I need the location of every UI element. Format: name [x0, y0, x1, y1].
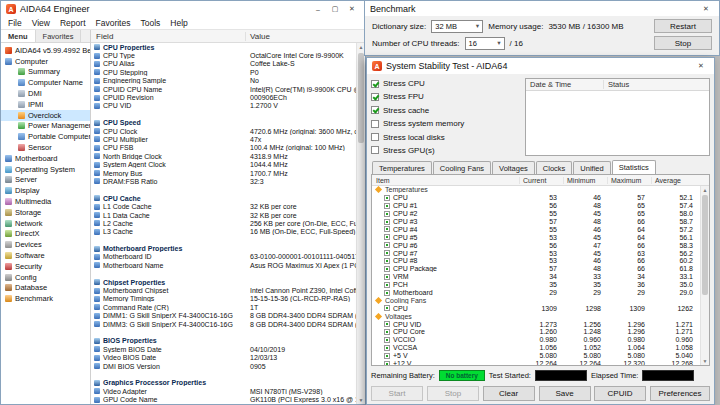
close-icon[interactable]: ✕	[698, 3, 714, 15]
tree-item[interactable]: AIDA64 v5.99.4992 Beta	[1, 45, 90, 56]
info-row[interactable]: DMI BIOS Version 0905	[91, 362, 356, 370]
menu-item[interactable]: Favorites	[91, 18, 136, 28]
row-checkbox[interactable]	[384, 282, 390, 288]
table-row[interactable]: CPU #7 53 45 63 56.2	[372, 249, 700, 257]
checkbox[interactable]	[371, 80, 379, 88]
table-row[interactable]: Motherboard 29 29 29 29.0	[372, 289, 700, 297]
tree-item[interactable]: Network	[1, 218, 90, 229]
menu-item[interactable]: File	[3, 18, 27, 28]
stress-option[interactable]: Stress GPU(s)	[371, 146, 519, 155]
info-row[interactable]: Chipset Properties	[91, 278, 356, 286]
info-row[interactable]: CPU Type OctalCore Intel Core i9-9900K	[91, 51, 356, 59]
tree-item[interactable]: Computer Name	[1, 77, 90, 88]
info-row[interactable]: DRAM:FSB Ratio 32:3	[91, 177, 356, 185]
info-row[interactable]: CPUID CPU Name Intel(R) Core(TM) i9-9900…	[91, 85, 356, 93]
row-checkbox[interactable]	[384, 337, 390, 343]
row-checkbox[interactable]	[384, 321, 390, 327]
row-checkbox[interactable]	[375, 297, 382, 304]
row-checkbox[interactable]	[384, 242, 390, 248]
row-checkbox[interactable]	[384, 195, 390, 201]
close-icon[interactable]: ✕	[693, 60, 709, 72]
stability-tab[interactable]: Temperatures	[372, 161, 432, 174]
tree-item[interactable]: Database	[1, 283, 90, 294]
table-row[interactable]: Temperatures	[372, 186, 700, 194]
stability-tab[interactable]: Cooling Fans	[433, 161, 491, 174]
tree-item[interactable]: Sensor	[1, 142, 90, 153]
column-header-average[interactable]: Average	[652, 177, 700, 184]
scrollbar-thumb[interactable]	[702, 195, 708, 295]
tree-item[interactable]: Multimedia	[1, 196, 90, 207]
row-checkbox[interactable]	[384, 290, 390, 296]
stability-tab[interactable]: Clocks	[536, 161, 573, 174]
row-checkbox[interactable]	[375, 313, 382, 320]
scroll-up-icon[interactable]: ▲	[701, 186, 709, 194]
stop-button[interactable]: Stop	[654, 36, 712, 50]
checkbox[interactable]	[371, 93, 379, 101]
stability-tab[interactable]: Statistics	[612, 160, 656, 174]
column-header-minimum[interactable]: Minimum	[564, 177, 608, 184]
main-list-scrollbar[interactable]: ▲ ▼	[356, 43, 365, 404]
stability-tab[interactable]: Unified	[573, 161, 610, 174]
save-button[interactable]: Save	[539, 386, 591, 401]
scrollbar-thumb[interactable]	[358, 53, 364, 143]
table-row[interactable]: CPU #2 55 45 65 58.0	[372, 210, 700, 218]
info-row[interactable]: Motherboard ID 63-0100-000001-00101111-0…	[91, 253, 356, 261]
info-row[interactable]: L1 Code Cache 32 KB per core	[91, 202, 356, 210]
tree-item[interactable]: DirectX	[1, 229, 90, 240]
menu-item[interactable]: Help	[165, 18, 192, 28]
table-row[interactable]: CPU 53 46 57 52.1	[372, 194, 700, 202]
info-row[interactable]: Memory Timings 15-15-15-36 (CL-RCD-RP-RA…	[91, 295, 356, 303]
row-checkbox[interactable]	[384, 226, 390, 232]
tree-item[interactable]: Software	[1, 250, 90, 261]
info-row[interactable]: Graphics Processor Properties	[91, 379, 356, 387]
column-header-value[interactable]: Value	[246, 32, 365, 41]
info-row[interactable]: CPU Clock 4720.6 MHz (original: 3600 MHz…	[91, 127, 356, 135]
menu-item[interactable]: Report	[55, 18, 91, 28]
row-checkbox[interactable]	[384, 361, 390, 365]
row-checkbox[interactable]	[384, 258, 390, 264]
info-row[interactable]: Memory Bus 1700.7 MHz	[91, 169, 356, 177]
tree-item[interactable]: Display	[1, 185, 90, 196]
row-checkbox[interactable]	[384, 329, 390, 335]
table-row[interactable]: PCH 35 35 36 35.0	[372, 281, 700, 289]
stop-button[interactable]: Stop	[427, 386, 479, 401]
column-header-field[interactable]: Field	[91, 32, 246, 41]
table-row[interactable]: CPU 1309 1298 1309 1262	[372, 304, 700, 312]
preferences-button[interactable]: Preferences	[650, 386, 710, 401]
statistics-scrollbar[interactable]: ▲ ▼	[700, 186, 709, 365]
stress-option[interactable]: Stress CPU	[371, 79, 519, 88]
info-row[interactable]: Motherboard Properties	[91, 244, 356, 252]
restart-button[interactable]: Restart	[654, 19, 712, 33]
tree-item[interactable]: Portable Computer	[1, 131, 90, 142]
tree-item[interactable]: Storage	[1, 207, 90, 218]
table-row[interactable]: Cooling Fans	[372, 296, 700, 304]
info-row[interactable]: System BIOS Date 04/10/2019	[91, 345, 356, 353]
table-row[interactable]: CPU #3 57 48 66 58.7	[372, 218, 700, 226]
column-header-current[interactable]: Current	[520, 177, 564, 184]
table-row[interactable]: CPU VID 1.273 1.256 1.296 1.271	[372, 320, 700, 328]
tree-item[interactable]: Power Management	[1, 121, 90, 132]
row-checkbox[interactable]	[384, 250, 390, 256]
row-checkbox[interactable]	[384, 203, 390, 209]
checkbox[interactable]	[371, 120, 379, 128]
tree-item[interactable]: Config	[1, 272, 90, 283]
info-row[interactable]: DIMM3: G Skill SniperX F4-3400C16-16G 8 …	[91, 320, 356, 328]
row-checkbox[interactable]	[375, 186, 382, 193]
column-header-datetime[interactable]: Date & Time	[526, 80, 604, 89]
info-row[interactable]: L1 Data Cache 32 KB per core	[91, 211, 356, 219]
table-row[interactable]: +5 V 5.080 5.080 5.080 5.040	[372, 352, 700, 360]
info-row[interactable]	[91, 370, 356, 378]
tree-item[interactable]: DMI	[1, 88, 90, 99]
info-row[interactable]: CPU Stepping P0	[91, 68, 356, 76]
table-row[interactable]: VRM 34 33 34 33.1	[372, 273, 700, 281]
info-row[interactable]: CPU Multiplier 47x	[91, 135, 356, 143]
row-checkbox[interactable]	[384, 211, 390, 217]
tree-item[interactable]: Summary	[1, 67, 90, 78]
info-row[interactable]: System Agent Clock 1044.4 MHz	[91, 160, 356, 168]
menu-item[interactable]: View	[27, 18, 55, 28]
info-row[interactable]: CPU VID 1.2700 V	[91, 102, 356, 110]
stress-option[interactable]: Stress FPU	[371, 92, 519, 101]
tree-item[interactable]: Overclock	[1, 110, 90, 121]
table-row[interactable]: CPU Package 57 48 66 61.8	[372, 265, 700, 273]
dictionary-size-select[interactable]: 32 MB ▼	[431, 20, 483, 33]
